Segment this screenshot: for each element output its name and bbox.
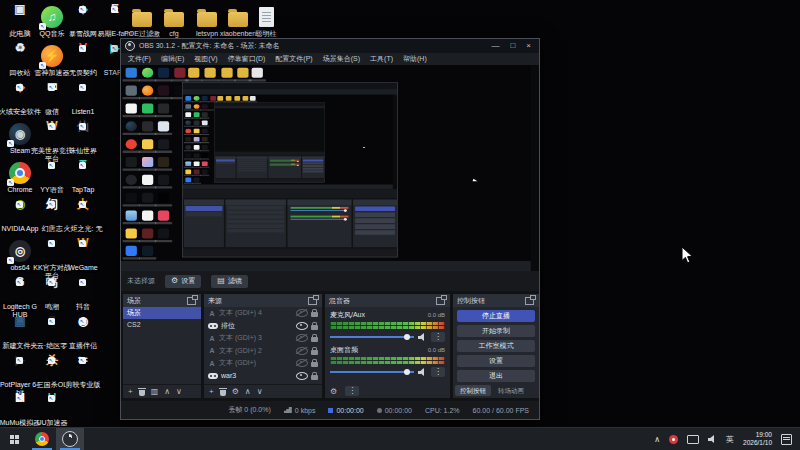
volume-slider[interactable]	[330, 336, 414, 338]
scene-filters-button[interactable]: ▥	[151, 388, 159, 396]
menu-item[interactable]: 编辑(E)	[156, 54, 189, 64]
lock-icon[interactable]	[311, 350, 318, 355]
control-button[interactable]: 工作室模式	[457, 340, 535, 353]
desktop-icon-folder-letsvpn[interactable]: letsvpn	[196, 6, 218, 28]
tray-volume-icon[interactable]	[708, 435, 717, 443]
popout-icon[interactable]	[525, 297, 534, 305]
lock-icon[interactable]	[311, 362, 318, 367]
desktop-icon-wegame[interactable]: WWeGame	[72, 240, 94, 262]
desktop-icon-jianying[interactable]: ✂剪映专业版	[72, 357, 94, 379]
maximize-button[interactable]: □	[510, 42, 515, 50]
menu-item[interactable]: 工具(T)	[365, 54, 398, 64]
lock-icon[interactable]	[311, 312, 318, 317]
visibility-eye-off-icon[interactable]	[296, 347, 308, 355]
menu-item[interactable]: 文件(F)	[123, 54, 156, 64]
taskbar-chrome-button[interactable]	[28, 428, 56, 450]
lock-icon[interactable]	[311, 337, 318, 342]
desktop-icon-obs64[interactable]: ◎obs64	[9, 240, 31, 262]
move-source-down-button[interactable]: ∨	[257, 388, 263, 396]
add-scene-button[interactable]: +	[128, 388, 133, 396]
menu-item[interactable]: 视图(V)	[189, 54, 222, 64]
move-source-up-button[interactable]: ∧	[245, 388, 251, 396]
ime-indicator[interactable]: 英	[726, 434, 734, 445]
desktop-icon-text-file[interactable]: 聪明柱	[255, 6, 277, 28]
speaker-icon[interactable]	[418, 368, 427, 376]
tray-network-icon[interactable]	[687, 435, 699, 444]
desktop-icon-leishen[interactable]: ⚡雷神加速器	[41, 45, 63, 67]
tray-chevron-icon[interactable]: ∧	[654, 435, 660, 444]
source-row[interactable]: A文本 (GDI+)	[204, 357, 322, 370]
source-row[interactable]: A文本 (GDI+) 4	[204, 307, 322, 320]
volume-slider[interactable]	[330, 371, 414, 373]
desktop-icon-zhuxian[interactable]: 仙诛仙世界	[72, 123, 94, 145]
popout-icon[interactable]	[436, 297, 445, 305]
desktop-icon-yy-voice[interactable]: YYY语音	[41, 162, 63, 184]
menu-item[interactable]: 停靠窗口(D)	[223, 54, 271, 64]
desktop-icon-qq-music[interactable]: ♫QQ音乐	[41, 6, 63, 28]
menu-item[interactable]: 场景集合(S)	[318, 54, 365, 64]
desktop-icon-nvidia-app[interactable]: ◉NVIDIA App	[9, 201, 31, 223]
controls-tab[interactable]: 控制按钮	[455, 385, 491, 396]
desktop-icon-kk-platform[interactable]: kk!KK官方对战平台	[41, 240, 63, 262]
minimize-button[interactable]: —	[491, 42, 499, 50]
scene-row[interactable]: 场景	[123, 307, 201, 319]
lock-icon[interactable]	[311, 375, 318, 380]
scene-row[interactable]: CS2	[123, 319, 201, 331]
desktop-icon-huantangzhi[interactable]: 幻幻唐志	[41, 201, 63, 223]
mixer-menu-icon[interactable]: ⋮	[345, 386, 359, 396]
desktop-icon-torchlight[interactable]: 火火炬之光: 无	[72, 201, 94, 223]
speaker-icon[interactable]	[418, 333, 427, 341]
action-center-icon[interactable]	[781, 434, 792, 445]
remove-scene-button[interactable]	[139, 390, 145, 396]
desktop-icon-folder-cfg[interactable]: cfg	[163, 6, 185, 28]
channel-menu-icon[interactable]: ⋮	[431, 332, 445, 342]
visibility-eye-off-icon[interactable]	[296, 334, 308, 342]
taskbar-clock[interactable]: 19:00 2026/1/10	[743, 431, 772, 447]
desktop-icon-listen1[interactable]: ♪Listen1	[72, 84, 94, 106]
desktop-icon-perfect-world[interactable]: W完美世界竞技平台	[41, 123, 63, 145]
desktop-icon-folder-poe[interactable]: POE过滤激活	[131, 6, 153, 28]
desktop-icon-sanguosha[interactable]: 杀三国杀OL	[41, 357, 63, 379]
desktop-icon-uu-booster[interactable]: UUU加速器	[41, 395, 63, 417]
source-row[interactable]: war3	[204, 370, 322, 383]
desktop-icon-this-pc[interactable]: ▣此电脑	[9, 6, 31, 28]
popout-icon[interactable]	[308, 297, 317, 305]
start-button[interactable]	[0, 428, 28, 450]
source-properties-button[interactable]: ⚙	[232, 388, 239, 396]
tray-antivirus-icon[interactable]	[669, 435, 678, 444]
desktop-icon-recycle-bin[interactable]: ♻回收站	[9, 45, 31, 67]
taskbar-obs-button[interactable]	[56, 428, 84, 450]
desktop-icon-huorong[interactable]: ◆火绒安全软件	[9, 84, 31, 106]
desktop-icon-wechat[interactable]: ✉微信	[41, 84, 63, 106]
control-button[interactable]: 停止直播	[457, 310, 535, 323]
visibility-eye-icon[interactable]	[296, 322, 308, 330]
lock-icon[interactable]	[311, 325, 318, 330]
source-row[interactable]: A文本 (GDI+) 2	[204, 345, 322, 358]
visibility-eye-off-icon[interactable]	[296, 359, 308, 367]
desktop-icon-mingchao[interactable]: 鸣鸣潮	[41, 279, 63, 301]
visibility-eye-icon[interactable]	[296, 372, 308, 380]
desktop-icon-valorant[interactable]: V无畏契约	[72, 45, 94, 67]
desktop-icon-taptap[interactable]: TTapTap	[72, 162, 94, 184]
desktop-icon-steam[interactable]: ◉Steam	[9, 123, 31, 145]
control-button[interactable]: 退出	[457, 370, 535, 383]
source-settings-button[interactable]: ⚙ 设置	[165, 275, 201, 288]
menu-item[interactable]: 配置文件(P)	[270, 54, 317, 64]
remove-source-button[interactable]	[220, 390, 226, 396]
desktop-icon-chrome[interactable]: Chrome	[9, 162, 31, 184]
desktop-icon-logitech-ghub[interactable]: GLogitech G HUB	[9, 279, 31, 301]
popout-icon[interactable]	[187, 297, 196, 305]
desktop-icon-douyin[interactable]: ♪抖音	[72, 279, 94, 301]
desktop-icon-potplayer[interactable]: ▶PotPlayer 64 bit	[9, 357, 31, 379]
visibility-eye-off-icon[interactable]	[296, 309, 308, 317]
control-button[interactable]: 设置	[457, 355, 535, 368]
desktop-icon-live-companion[interactable]: ◉直播伴侣	[72, 318, 94, 340]
control-button[interactable]: 开始录制	[457, 325, 535, 338]
obs-titlebar[interactable]: OBS 30.1.2 - 配置文件: 未命名 - 场景: 未命名 — □ ×	[121, 39, 539, 53]
source-row[interactable]: A文本 (GDI+) 3	[204, 332, 322, 345]
menu-item[interactable]: 帮助(H)	[398, 54, 432, 64]
volume-slider-knob[interactable]	[404, 334, 410, 340]
desktop-icon-mumu[interactable]: MMuMu模拟器12	[9, 395, 31, 417]
advanced-audio-icon[interactable]: ⚙	[330, 387, 337, 396]
controls-tab[interactable]: 转场动画	[493, 385, 529, 396]
